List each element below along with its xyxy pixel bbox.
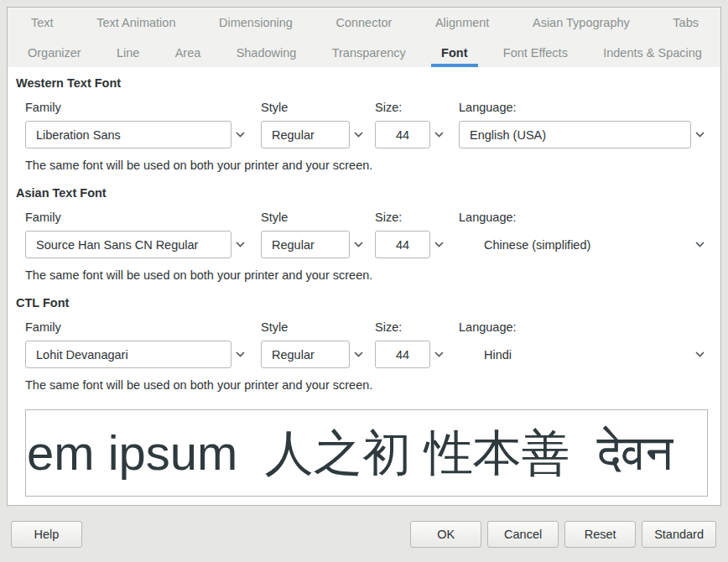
western-language-label: Language: <box>459 101 708 115</box>
western-family-combobox <box>25 121 248 148</box>
asian-language-label: Language: <box>459 211 708 225</box>
tab-asian-typography[interactable]: Asian Typography <box>523 8 640 38</box>
asian-style-input[interactable] <box>261 231 350 258</box>
tab-text[interactable]: Text <box>21 8 64 38</box>
chevron-down-icon[interactable] <box>430 121 447 148</box>
ctl-size-label: Size: <box>375 320 447 335</box>
asian-size-input[interactable] <box>375 231 430 258</box>
ctl-language-dropdown[interactable]: Hindi <box>459 341 708 368</box>
chevron-down-icon[interactable] <box>231 121 248 148</box>
chevron-down-icon[interactable] <box>430 231 447 258</box>
tab-area[interactable]: Area <box>165 38 211 67</box>
western-style-label: Style <box>261 101 367 115</box>
chevron-down-icon[interactable] <box>231 231 248 258</box>
western-language-combobox <box>459 121 708 148</box>
western-size-combobox <box>375 121 447 148</box>
printer-screen-note: The same font will be used on both your … <box>25 159 708 173</box>
western-size-input[interactable] <box>375 121 430 148</box>
chevron-down-icon[interactable] <box>350 231 367 258</box>
asian-style-label: Style <box>261 211 367 225</box>
asian-language-dropdown[interactable]: Chinese (simplified) <box>459 231 708 258</box>
tab-row-2: Organizer Line Area Shadowing Transparen… <box>8 38 720 67</box>
asian-text-font-section: Asian Text Font Family Style Size: Langu… <box>8 186 720 283</box>
chevron-down-icon[interactable] <box>231 341 248 368</box>
western-language-input[interactable] <box>459 121 691 148</box>
reset-button[interactable]: Reset <box>564 521 636 548</box>
tab-indents-spacing[interactable]: Indents & Spacing <box>593 38 712 67</box>
ctl-size-combobox <box>375 341 447 368</box>
asian-size-label: Size: <box>375 211 447 225</box>
chevron-down-icon[interactable] <box>430 341 447 368</box>
asian-size-combobox <box>375 231 447 258</box>
cancel-button[interactable]: Cancel <box>487 521 559 548</box>
chevron-down-icon[interactable] <box>691 231 708 258</box>
western-size-label: Size: <box>375 101 447 115</box>
chevron-down-icon[interactable] <box>350 341 367 368</box>
asian-family-label: Family <box>25 211 248 225</box>
tab-alignment[interactable]: Alignment <box>425 8 499 38</box>
printer-screen-note: The same font will be used on both your … <box>25 268 708 283</box>
asian-family-combobox <box>25 231 248 258</box>
ctl-font-section: CTL Font Family Style Size: Language: <box>8 296 720 393</box>
tab-text-animation[interactable]: Text Animation <box>86 8 185 38</box>
ctl-family-combobox <box>25 341 248 368</box>
chevron-down-icon[interactable] <box>691 121 708 148</box>
ctl-language-label: Language: <box>459 320 708 335</box>
chevron-down-icon[interactable] <box>350 121 367 148</box>
tab-font-effects[interactable]: Font Effects <box>493 38 578 67</box>
western-style-combobox <box>261 121 367 148</box>
font-preview-text: em ipsum 人之初 性本善 देवन <box>26 429 673 477</box>
tab-line[interactable]: Line <box>107 38 149 67</box>
dialog-action-bar: Help OK Cancel Reset Standard <box>0 506 728 562</box>
western-family-label: Family <box>25 101 248 115</box>
ctl-family-input[interactable] <box>25 341 231 368</box>
western-text-font-section: Western Text Font Family Style Size: Lan… <box>8 76 720 173</box>
tab-shadowing[interactable]: Shadowing <box>226 38 307 67</box>
tab-tabs[interactable]: Tabs <box>663 8 709 38</box>
tab-font[interactable]: Font <box>431 38 477 67</box>
tab-transparency[interactable]: Transparency <box>322 38 416 67</box>
section-title-western: Western Text Font <box>16 76 720 91</box>
tab-organizer[interactable]: Organizer <box>18 38 91 67</box>
font-preview-box: em ipsum 人之初 性本善 देवन <box>25 409 708 497</box>
dialog-tab-header: Text Text Animation Dimensioning Connect… <box>7 7 721 68</box>
standard-button[interactable]: Standard <box>642 521 716 548</box>
ctl-style-combobox <box>261 341 367 368</box>
ctl-size-input[interactable] <box>375 341 430 368</box>
font-tab-panel: Western Text Font Family Style Size: Lan… <box>7 67 721 506</box>
asian-family-input[interactable] <box>25 231 231 258</box>
ctl-language-value: Hindi <box>459 348 512 362</box>
chevron-down-icon[interactable] <box>691 341 708 368</box>
section-title-ctl: CTL Font <box>16 296 720 310</box>
asian-language-value: Chinese (simplified) <box>459 238 590 252</box>
tab-dimensioning[interactable]: Dimensioning <box>209 8 303 38</box>
ctl-family-label: Family <box>25 320 248 335</box>
tab-row-1: Text Text Animation Dimensioning Connect… <box>8 8 720 38</box>
western-style-input[interactable] <box>261 121 350 148</box>
western-family-input[interactable] <box>25 121 231 148</box>
ctl-style-input[interactable] <box>261 341 350 368</box>
printer-screen-note: The same font will be used on both your … <box>25 378 708 393</box>
ok-button[interactable]: OK <box>410 521 481 548</box>
help-button[interactable]: Help <box>11 521 82 548</box>
ctl-style-label: Style <box>261 320 367 335</box>
asian-style-combobox <box>261 231 367 258</box>
section-title-asian: Asian Text Font <box>16 186 720 200</box>
tab-connector[interactable]: Connector <box>325 8 402 38</box>
